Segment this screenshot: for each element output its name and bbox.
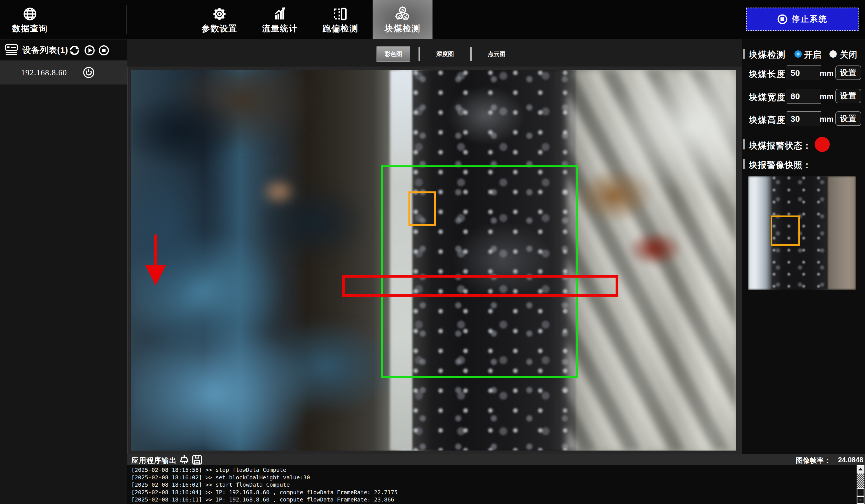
frame-rate-label: 图像帧率： [796, 456, 831, 465]
scrollbar-down-icon[interactable] [857, 496, 864, 504]
block-length-set-button[interactable]: 设置 [835, 66, 861, 80]
stop-icon [777, 14, 788, 25]
main-view: 彩色图 深度图 点云图 [127, 39, 742, 454]
block-width-set-button[interactable]: 设置 [835, 89, 861, 103]
log-line: [2025-02-08 18:16:04] >> IP: 192.168.8.6… [127, 489, 857, 496]
device-row[interactable]: 192.168.8.60 [0, 60, 127, 84]
snapshot-label-row: 块报警像快照： [742, 158, 865, 171]
detection-title-row: 块煤检测 开启 关闭 [742, 47, 865, 61]
deviation-icon [310, 6, 370, 22]
application-log: [2025-02-08 18:15:58] >> stop flowData C… [127, 465, 857, 504]
device-list-header: 设备列表(1) [0, 40, 127, 60]
block-height-set-button[interactable]: 设置 [835, 112, 861, 126]
refresh-devices-icon[interactable] [69, 45, 80, 56]
tab-separator [470, 47, 472, 61]
detection-on-label: 开启 [804, 49, 821, 61]
tab-point-cloud[interactable]: 点云图 [480, 47, 513, 61]
toolbar-item-deviation-detection[interactable]: 跑偏检测 [310, 0, 370, 39]
block-height-unit: mm [820, 115, 834, 124]
toolbar-divider [126, 5, 127, 34]
stop-all-icon[interactable] [99, 45, 109, 56]
detection-off-radio[interactable] [829, 50, 837, 58]
toolbar-item-label: 数据查询 [0, 23, 60, 34]
log-line: [2025-02-08 18:15:58] >> stop flowData C… [127, 466, 857, 474]
tab-separator [418, 47, 420, 61]
log-header-bar: 应用程序输出 图像帧率： 24.0848 [127, 454, 865, 465]
power-icon[interactable] [83, 67, 95, 78]
scrollbar-track[interactable] [857, 473, 864, 488]
block-height-row: 块煤高度 mm 设置 [742, 112, 865, 126]
gear-icon [189, 6, 250, 22]
block-length-label: 块煤长度 [749, 68, 786, 80]
flow-direction-arrow-icon [145, 235, 167, 286]
stop-system-label: 停止系统 [792, 14, 828, 25]
snapshot-block-box-orange [771, 215, 800, 246]
save-log-icon[interactable] [192, 455, 202, 465]
block-width-row: 块煤宽度 mm 设置 [742, 89, 865, 104]
log-line: [2025-02-08 18:16:11] >> IP: 192.168.8.6… [127, 496, 857, 503]
detection-off-label: 关闭 [840, 49, 857, 61]
start-all-icon[interactable] [84, 45, 95, 56]
camera-color-image [131, 70, 736, 450]
scene-workers-area [131, 70, 410, 450]
frame-rate-value: 24.0848 [838, 456, 863, 465]
log-line: [2025-02-08 18:16:02] >> start flowData … [127, 481, 857, 489]
accent-bar [743, 49, 745, 59]
tab-depth-image[interactable]: 深度图 [429, 47, 462, 61]
scrollbar-up-icon[interactable] [857, 465, 864, 473]
device-list-icon [5, 44, 18, 56]
block-length-unit: mm [820, 69, 834, 78]
alarm-status-row: 块煤报警状态： [742, 134, 865, 154]
log-line: [2025-02-08 18:16:02] >> set blockCoalHe… [127, 474, 857, 481]
device-ip: 192.168.8.60 [21, 60, 67, 84]
alarm-status-label: 块煤报警状态： [749, 140, 811, 152]
globe-icon [0, 6, 60, 22]
main-toolbar: 参数设置 流量统计 跑偏检测 [0, 0, 865, 39]
toolbar-item-coal-block-detection[interactable]: 块煤检测 [372, 0, 432, 39]
stop-system-button[interactable]: 停止系统 [746, 8, 858, 31]
detected-block-box-orange [408, 191, 436, 226]
detection-panel-title: 块煤检测 [749, 49, 786, 61]
device-sidebar: 设备列表(1) 1 [0, 39, 127, 504]
scene-machinery [567, 70, 736, 450]
block-width-label: 块煤宽度 [749, 92, 786, 103]
tab-color-image[interactable]: 彩色图 [377, 46, 410, 61]
log-panel-title: 应用程序输出 [131, 456, 177, 465]
log-header-divider [176, 456, 176, 464]
toolbar-item-data-query[interactable]: 数据查询 [0, 0, 60, 39]
block-length-input[interactable] [787, 66, 821, 80]
scrollbar-thumb[interactable] [857, 488, 864, 496]
measure-line-roi-red [342, 275, 619, 297]
camera-image-frame [127, 67, 742, 455]
clear-log-brush-icon[interactable] [179, 455, 189, 465]
flow-chart-icon [250, 6, 310, 22]
toolbar-item-label: 块煤检测 [372, 23, 432, 34]
detection-on-radio[interactable] [794, 50, 802, 58]
toolbar-item-label: 流量统计 [250, 23, 310, 34]
block-height-input[interactable] [787, 112, 821, 126]
block-height-label: 块煤高度 [749, 114, 786, 126]
block-width-unit: mm [820, 92, 834, 101]
device-list-title: 设备列表(1) [22, 45, 68, 56]
toolbar-item-label: 跑偏检测 [310, 23, 370, 34]
toolbar-item-parameter-settings[interactable]: 参数设置 [189, 0, 250, 39]
accent-bar [743, 159, 745, 169]
toolbar-item-flow-statistics[interactable]: 流量统计 [250, 0, 310, 39]
frame-rate-readout: 图像帧率： 24.0848 [796, 456, 863, 465]
accent-bar [743, 139, 745, 150]
toolbar-item-label: 参数设置 [189, 23, 250, 34]
alarm-snapshot-image [748, 176, 856, 290]
alarm-status-indicator [815, 137, 830, 152]
block-width-input[interactable] [787, 89, 821, 104]
block-length-row: 块煤长度 mm 设置 [742, 66, 865, 80]
detection-settings-panel: 块煤检测 开启 关闭 块煤长度 mm 设置 块煤宽度 mm 设置 块煤高度 mm… [742, 39, 865, 504]
snapshot-label: 块报警像快照： [749, 159, 811, 171]
coal-blocks-icon [372, 6, 432, 22]
log-scrollbar[interactable] [857, 465, 865, 504]
coal-detection-app: 参数设置 流量统计 跑偏检测 [0, 0, 865, 504]
view-tabbar: 彩色图 深度图 点云图 [377, 46, 513, 61]
